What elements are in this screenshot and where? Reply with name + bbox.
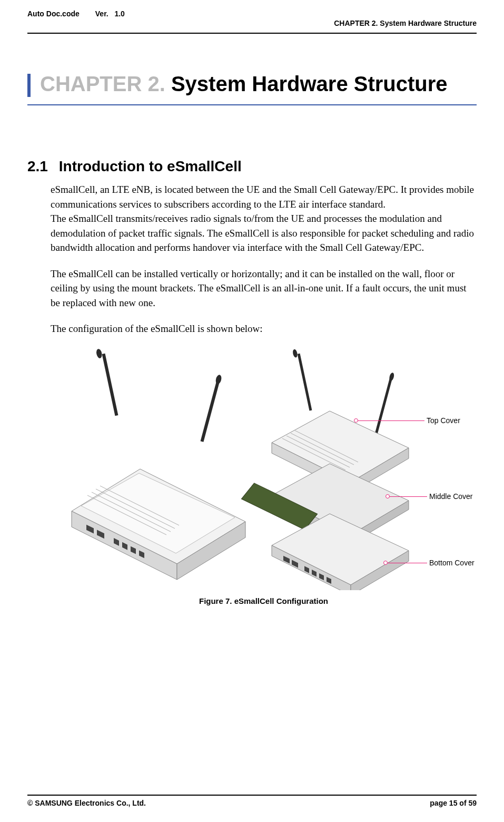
chapter-title-block: CHAPTER 2. System Hardware Structure xyxy=(27,71,477,97)
chapter-rule xyxy=(27,104,477,105)
header-left: Auto Doc.code Ver. 1.0 xyxy=(27,9,125,18)
footer-copyright: © SAMSUNG Electronics Co., Ltd. xyxy=(27,799,146,807)
callout-dot-bottom xyxy=(383,561,388,565)
svg-point-1 xyxy=(96,348,103,359)
callout-bottom-cover: Bottom Cover xyxy=(429,559,475,567)
paragraph-1: eSmallCell, an LTE eNB, is located betwe… xyxy=(51,182,477,255)
section-title: Introduction to eSmallCell xyxy=(59,158,242,174)
doc-code-label: Auto Doc.code xyxy=(27,9,80,18)
chapter-accent-bar xyxy=(27,74,31,97)
page-header: Auto Doc.code Ver. 1.0 CHAPTER 2. System… xyxy=(27,9,477,27)
device-illustration xyxy=(51,348,477,590)
header-running-title: CHAPTER 2. System Hardware Structure xyxy=(334,19,477,27)
svg-point-19 xyxy=(292,349,298,358)
section-number: 2.1 xyxy=(27,158,55,175)
section-heading: 2.1 Introduction to eSmallCell xyxy=(27,158,477,175)
paragraph-2: The eSmallCell can be installed vertical… xyxy=(51,267,477,310)
callout-line-middle xyxy=(388,496,427,497)
ver-value: 1.0 xyxy=(114,9,124,18)
paragraph-1a: eSmallCell, an LTE eNB, is located betwe… xyxy=(51,184,474,210)
callout-dot-top xyxy=(354,418,358,423)
svg-rect-20 xyxy=(375,377,392,434)
paragraph-3: The configuration of the eSmallCell is s… xyxy=(51,321,477,336)
chapter-title: CHAPTER 2. System Hardware Structure xyxy=(40,71,448,97)
svg-rect-18 xyxy=(298,354,312,411)
footer-page: page 15 of 59 xyxy=(430,799,477,807)
callout-top-cover: Top Cover xyxy=(427,416,460,425)
chapter-prefix: CHAPTER 2. xyxy=(40,72,165,95)
header-rule xyxy=(27,33,477,34)
ver-group: Ver. 1.0 xyxy=(95,9,125,18)
page-footer: © SAMSUNG Electronics Co., Ltd. page 15 … xyxy=(27,795,477,807)
figure-caption: Figure 7. eSmallCell Configuration xyxy=(51,596,477,605)
footer-rule xyxy=(27,795,477,796)
callout-line-top xyxy=(356,420,424,421)
paragraph-1b: The eSmallCell transmits/receives radio … xyxy=(51,213,474,253)
callout-middle-cover: Middle Cover xyxy=(429,492,472,501)
callout-dot-middle xyxy=(386,494,390,498)
svg-point-3 xyxy=(215,374,222,385)
chapter-title-text: System Hardware Structure xyxy=(165,72,448,95)
svg-rect-2 xyxy=(201,380,220,442)
figure-7: Top Cover Middle Cover Bottom Cover xyxy=(51,348,477,590)
section-2-1: 2.1 Introduction to eSmallCell eSmallCel… xyxy=(51,158,477,605)
ver-label: Ver. xyxy=(95,9,108,18)
svg-rect-0 xyxy=(102,354,118,416)
svg-marker-33 xyxy=(272,514,409,585)
callout-line-bottom xyxy=(386,563,427,563)
